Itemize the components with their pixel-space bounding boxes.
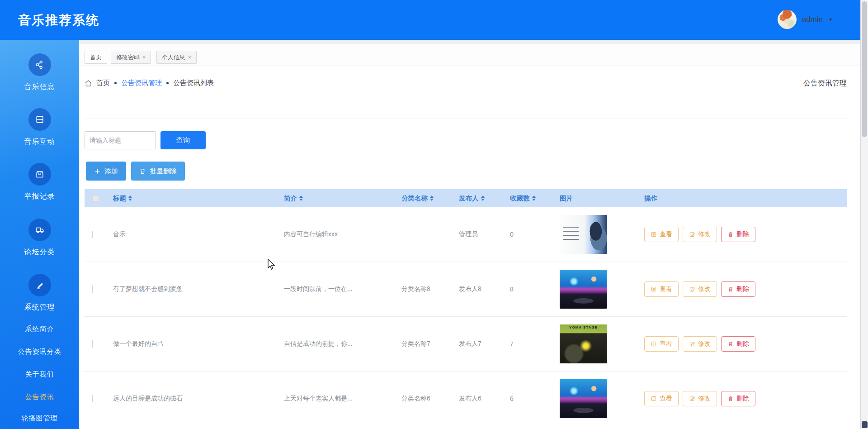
sidebar-subitem-3[interactable]: 关于我们 — [0, 370, 79, 379]
batch-delete-button[interactable]: 批量删除 — [131, 162, 185, 181]
actions-cell: 查看 修改 删除 — [640, 281, 847, 297]
edit-button[interactable]: 修改 — [683, 336, 717, 352]
chevron-down-icon[interactable]: ▼ — [828, 17, 833, 22]
breadcrumb-section[interactable]: 公告资讯管理 — [121, 79, 162, 87]
tab-3[interactable]: 个人信息× — [156, 51, 197, 64]
search-input[interactable] — [85, 131, 156, 149]
row-actions: 查看 修改 删除 — [644, 336, 847, 352]
sidebar-subitem-5[interactable]: 轮播图管理 — [0, 414, 79, 423]
edit-button[interactable]: 修改 — [683, 281, 717, 297]
column-header-label: 标题 — [113, 194, 126, 203]
sidebar-item-label: 音乐互动 — [24, 137, 55, 147]
delete-button[interactable]: 删除 — [721, 336, 755, 352]
intro-cell: 上天对每个老实人都是... — [279, 395, 397, 403]
sidebar-subitem-2[interactable]: 公告资讯分类 — [0, 348, 79, 356]
row-checkbox[interactable] — [92, 231, 93, 238]
delete-button[interactable]: 删除 — [721, 281, 755, 297]
batch-delete-button-label: 批量删除 — [150, 167, 177, 176]
trash-icon — [727, 286, 734, 292]
row-checkbox[interactable] — [92, 340, 93, 348]
sidebar-item-5[interactable]: 系统管理 — [0, 274, 79, 312]
sort-icon[interactable] — [532, 195, 536, 201]
edit-button[interactable]: 修改 — [683, 227, 717, 242]
table-header: 标题简介分类名称发布人收藏数图片操作 — [85, 189, 847, 207]
search-row: 查询 — [85, 131, 206, 149]
tab-2[interactable]: 修改密码× — [111, 51, 151, 64]
favorites-cell: 8 — [505, 286, 555, 293]
scrollbar-bottom-button[interactable] — [862, 421, 868, 428]
sort-icon[interactable] — [128, 195, 132, 201]
column-header: 图片 — [555, 194, 640, 203]
image-cell — [555, 270, 640, 309]
edit-icon — [689, 396, 695, 402]
sidebar-item-label: 音乐信息 — [24, 82, 55, 92]
favorites-cell: 0 — [505, 231, 555, 238]
select-all-checkbox[interactable] — [92, 195, 99, 202]
sidebar-item-label: 系统管理 — [24, 303, 55, 312]
row-thumbnail[interactable] — [560, 215, 607, 254]
announcement-table: 标题简介分类名称发布人收藏数图片操作 音乐 内容可自行编辑xxx 管理员 0 查… — [85, 189, 847, 429]
username: admin — [802, 15, 823, 24]
add-button[interactable]: 添加 — [86, 162, 126, 181]
plus-icon — [94, 168, 101, 175]
sidebar-item-1[interactable]: 音乐信息 — [0, 53, 79, 92]
table-row: 音乐 内容可自行编辑xxx 管理员 0 查看 修改 删除 — [85, 207, 847, 262]
row-checkbox[interactable] — [92, 395, 93, 402]
tab-label: 修改密码 — [116, 53, 140, 62]
column-header[interactable]: 简介 — [279, 194, 397, 203]
edit-button[interactable]: 修改 — [683, 391, 717, 406]
column-header-label: 简介 — [284, 194, 297, 203]
table-row: 做个真正的学生 最坚强的人，是以宽容... 分类名称5 发布人5 5 ♪ 查看 … — [85, 426, 847, 429]
view-button[interactable]: 查看 — [644, 391, 679, 406]
sidebar-item-2[interactable]: 音乐互动 — [0, 108, 79, 147]
avatar[interactable] — [778, 10, 797, 29]
breadcrumb-home[interactable]: 首页 — [96, 79, 110, 87]
view-button[interactable]: 查看 — [644, 281, 679, 297]
publisher-cell: 发布人6 — [454, 395, 505, 403]
column-header[interactable]: 分类名称 — [397, 194, 454, 203]
user-menu[interactable]: admin ▼ — [778, 10, 833, 29]
divider — [85, 119, 847, 119]
delete-button[interactable]: 删除 — [721, 227, 755, 242]
sidebar-item-4[interactable]: 论坛分类 — [0, 219, 79, 257]
sort-icon[interactable] — [481, 195, 485, 201]
row-checkbox-cell — [85, 231, 108, 238]
edit-icon — [689, 286, 695, 292]
query-button[interactable]: 查询 — [160, 131, 206, 149]
column-header[interactable]: 收藏数 — [505, 194, 555, 203]
row-thumbnail[interactable] — [560, 379, 607, 418]
sidebar-subitem-1[interactable]: 系统简介 — [0, 325, 79, 334]
view-button[interactable]: 查看 — [644, 336, 679, 352]
tab-bar: 首页修改密码×个人信息× — [79, 44, 860, 66]
publisher-cell: 发布人8 — [454, 285, 505, 293]
sidebar-icon-wrap — [28, 108, 51, 131]
row-thumbnail[interactable]: YOMA STAGE — [560, 324, 607, 363]
scrollbar-thumb[interactable] — [862, 1, 867, 137]
row-thumbnail[interactable] — [560, 270, 607, 309]
image-cell — [555, 379, 640, 418]
tab-close-icon[interactable]: × — [188, 54, 191, 61]
sidebar-icon-wrap — [28, 53, 51, 76]
sidebar-icon-wrap — [28, 274, 51, 296]
title-cell: 音乐 — [108, 230, 279, 238]
delete-button[interactable]: 删除 — [721, 391, 755, 406]
column-header[interactable]: 标题 — [108, 194, 279, 203]
row-checkbox[interactable] — [92, 286, 93, 293]
row-checkbox-cell — [85, 340, 108, 348]
breadcrumb-current: 公告资讯列表 — [173, 79, 214, 87]
scrollbar[interactable] — [860, 0, 868, 429]
sort-icon[interactable] — [430, 195, 434, 201]
sidebar-item-3[interactable]: 举报记录 — [0, 163, 79, 201]
tab-1[interactable]: 首页 — [85, 51, 107, 64]
view-button[interactable]: 查看 — [644, 227, 679, 242]
tab-close-icon[interactable]: × — [142, 54, 146, 61]
view-button-label: 查看 — [660, 340, 672, 348]
delete-button-label: 删除 — [736, 395, 749, 403]
breadcrumb-row: 首页 公告资讯管理 公告资讯列表 公告资讯管理 — [85, 75, 847, 92]
sort-icon[interactable] — [299, 195, 303, 201]
title-cell: 远大的目标是成功的磁石 — [108, 395, 279, 403]
column-header[interactable]: 发布人 — [454, 194, 505, 203]
album-text-lines — [563, 227, 579, 242]
sidebar-subitem-4[interactable]: 公告资讯 — [0, 393, 79, 401]
sidebar: 音乐信息 音乐互动 举报记录 论坛分类 系统管理系统简介公告资讯分类关于我们公告… — [0, 40, 79, 429]
